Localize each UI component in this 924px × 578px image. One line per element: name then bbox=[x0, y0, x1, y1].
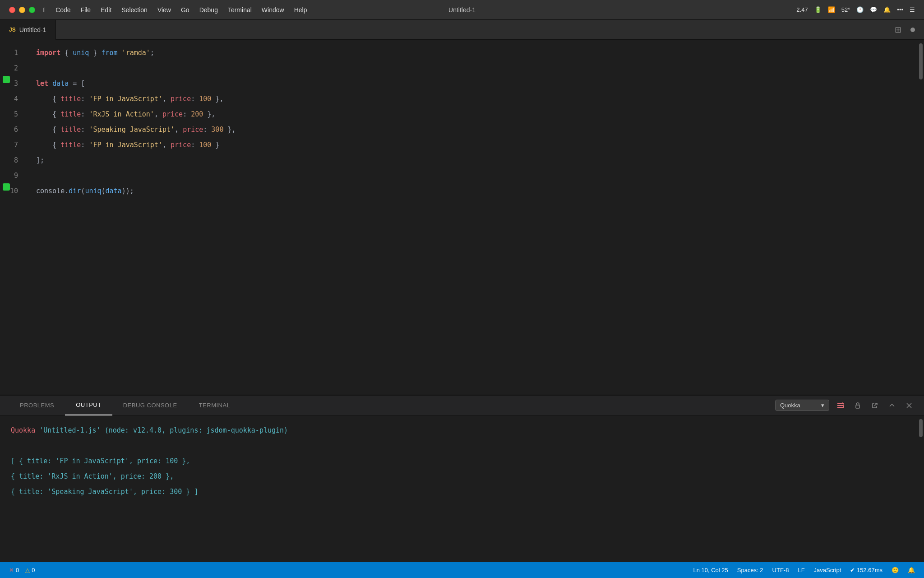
tab-output[interactable]: OUTPUT bbox=[65, 396, 112, 415]
file-encoding[interactable]: UTF-8 bbox=[772, 567, 789, 573]
menu-window[interactable]: Window bbox=[262, 6, 284, 14]
menu-bar:  Code File Edit Selection View Go Debug… bbox=[43, 6, 307, 14]
error-icon: ✕ bbox=[9, 567, 14, 573]
language-mode[interactable]: JavaScript bbox=[814, 567, 841, 573]
code-line-3: let data = [ bbox=[36, 76, 924, 91]
collapse-panel-button[interactable] bbox=[886, 400, 898, 411]
line-num-5: 5 bbox=[0, 107, 18, 122]
split-editor-button[interactable]: ⊞ bbox=[895, 25, 901, 35]
status-bar: ✕ 0 △ 0 Ln 10, Col 25 Spaces: 2 UTF-8 LF… bbox=[0, 562, 924, 578]
close-button[interactable] bbox=[9, 7, 15, 13]
line-num-6: 6 bbox=[0, 122, 18, 137]
svg-rect-1 bbox=[837, 405, 844, 406]
tab-debug-console[interactable]: DEBUG CONSOLE bbox=[112, 396, 188, 415]
error-count-value: 0 bbox=[16, 567, 19, 573]
open-in-editor-button[interactable] bbox=[869, 400, 881, 411]
tab-indicator-dot bbox=[910, 28, 915, 32]
cursor-position[interactable]: Ln 10, Col 25 bbox=[693, 567, 728, 573]
code-line-9 bbox=[36, 168, 924, 183]
code-line-5: { title: 'RxJS in Action', price: 200 }, bbox=[36, 107, 924, 122]
menu-file[interactable]: File bbox=[81, 6, 91, 14]
clock-icon: 🕐 bbox=[856, 6, 864, 13]
menu-view[interactable]: View bbox=[157, 6, 171, 14]
menu-selection[interactable]: Selection bbox=[121, 6, 148, 14]
panel-area: PROBLEMS OUTPUT DEBUG CONSOLE TERMINAL Q… bbox=[0, 395, 924, 562]
lock-button[interactable] bbox=[852, 400, 864, 411]
notifications-bell[interactable]: 🔔 bbox=[908, 567, 915, 573]
tab-terminal[interactable]: TERMINAL bbox=[188, 396, 241, 415]
output-line-1: Quokka 'Untitled-1.js' (node: v12.4.0, p… bbox=[11, 423, 913, 438]
code-line-7: { title: 'FP in JavaScript', price: 100 … bbox=[36, 137, 924, 153]
code-editor[interactable]: import { uniq } from 'ramda'; let data =… bbox=[27, 40, 924, 395]
title-bar-left:  Code File Edit Selection View Go Debug… bbox=[9, 6, 307, 14]
editor-tab-untitled[interactable]: JS Untitled-1 bbox=[0, 20, 56, 40]
traffic-lights bbox=[9, 7, 35, 13]
notification-icon: 🔔 bbox=[883, 6, 891, 13]
indent-type[interactable]: Spaces: 2 bbox=[737, 567, 763, 573]
dropdown-value: Quokka bbox=[780, 402, 800, 409]
line-num-8: 8 bbox=[0, 153, 18, 168]
panel-controls: Quokka ▾ bbox=[775, 400, 915, 411]
list-icon[interactable]: ☰ bbox=[910, 6, 915, 13]
time-display: 2.47 bbox=[796, 6, 808, 13]
code-line-10: console.dir(uniq(data)); bbox=[36, 183, 924, 199]
quokka-timing[interactable]: ✔ 152.67ms bbox=[850, 567, 882, 573]
svg-rect-4 bbox=[856, 405, 859, 408]
status-bar-right: Ln 10, Col 25 Spaces: 2 UTF-8 LF JavaScr… bbox=[693, 567, 915, 573]
output-line-5: { title: 'Speaking JavaScript', price: 3… bbox=[11, 484, 913, 499]
menu-terminal[interactable]: Terminal bbox=[228, 6, 252, 14]
menu-code[interactable]: Code bbox=[55, 6, 70, 14]
error-count[interactable]: ✕ 0 bbox=[9, 567, 19, 573]
code-line-1: import { uniq } from 'ramda'; bbox=[36, 45, 924, 61]
maximize-button[interactable] bbox=[29, 7, 35, 13]
code-line-2 bbox=[36, 61, 924, 76]
temp-display: 52° bbox=[841, 6, 850, 13]
line-numbers: 1 2 3 4 5 6 7 8 9 10 bbox=[0, 40, 27, 395]
menu-go[interactable]: Go bbox=[181, 6, 189, 14]
tab-bar: JS Untitled-1 ⊞ bbox=[0, 20, 924, 40]
code-line-6: { title: 'Speaking JavaScript', price: 3… bbox=[36, 122, 924, 137]
wechat-icon: 💬 bbox=[870, 6, 877, 13]
output-line-4: { title: 'RxJS in Action', price: 200 }, bbox=[11, 469, 913, 484]
title-bar-right: 2.47 🔋 📶 52° 🕐 💬 🔔 ••• ☰ bbox=[796, 6, 915, 13]
clear-output-button[interactable] bbox=[835, 400, 846, 411]
tab-problems[interactable]: PROBLEMS bbox=[9, 396, 65, 415]
panel-scrollbar[interactable] bbox=[918, 415, 924, 562]
gutter-indicator-line3 bbox=[3, 76, 10, 83]
gutter-indicator-line10 bbox=[3, 183, 10, 191]
scrollbar-thumb[interactable] bbox=[919, 43, 923, 79]
wifi-icon: 📶 bbox=[828, 6, 835, 13]
close-panel-button[interactable] bbox=[903, 400, 915, 411]
output-line-blank bbox=[11, 438, 913, 453]
menu-debug[interactable]: Debug bbox=[199, 6, 218, 14]
line-num-9: 9 bbox=[0, 168, 18, 183]
chevron-down-icon: ▾ bbox=[821, 402, 824, 409]
panel-tab-bar: PROBLEMS OUTPUT DEBUG CONSOLE TERMINAL Q… bbox=[0, 396, 924, 415]
svg-rect-2 bbox=[837, 407, 844, 408]
line-num-2: 2 bbox=[0, 61, 18, 76]
more-icon[interactable]: ••• bbox=[897, 6, 903, 13]
warning-icon: △ bbox=[25, 567, 30, 573]
output-source-dropdown[interactable]: Quokka ▾ bbox=[775, 400, 829, 411]
warning-count-value: 0 bbox=[32, 567, 35, 573]
battery-icon: 🔋 bbox=[814, 6, 822, 13]
panel-scrollbar-thumb[interactable] bbox=[919, 419, 923, 437]
feedback-icon[interactable]: 🙂 bbox=[892, 567, 899, 573]
status-bar-left: ✕ 0 △ 0 bbox=[9, 567, 35, 573]
title-bar:  Code File Edit Selection View Go Debug… bbox=[0, 0, 924, 20]
line-num-7: 7 bbox=[0, 137, 18, 153]
line-num-1: 1 bbox=[0, 45, 18, 61]
line-num-4: 4 bbox=[0, 91, 18, 107]
editor-scrollbar[interactable] bbox=[918, 40, 924, 395]
tab-filename: Untitled-1 bbox=[19, 26, 46, 33]
code-line-8: ]; bbox=[36, 153, 924, 168]
minimize-button[interactable] bbox=[19, 7, 25, 13]
warning-count[interactable]: △ 0 bbox=[25, 567, 35, 573]
menu-apple[interactable]:  bbox=[43, 6, 46, 14]
line-ending[interactable]: LF bbox=[798, 567, 804, 573]
menu-help[interactable]: Help bbox=[294, 6, 307, 14]
window-title: Untitled-1 bbox=[448, 6, 476, 14]
output-line-3: [ { title: 'FP in JavaScript', price: 10… bbox=[11, 453, 913, 469]
editor-main: 1 2 3 4 5 6 7 8 9 10 import { uniq } fro… bbox=[0, 40, 924, 395]
menu-edit[interactable]: Edit bbox=[101, 6, 111, 14]
